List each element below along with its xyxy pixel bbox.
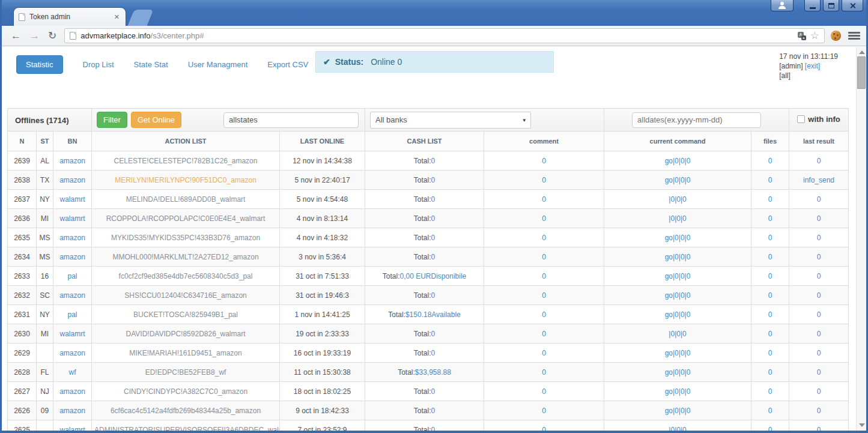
all-link[interactable]: [all] — [779, 71, 838, 80]
cell-comment-link[interactable]: 0 — [484, 228, 604, 247]
cell-bn-link[interactable]: pal — [53, 305, 92, 324]
cell-files-link[interactable]: 0 — [751, 382, 789, 401]
exit-link[interactable]: [exit] — [805, 62, 820, 70]
cell-last-result-link[interactable]: 0 — [789, 305, 849, 324]
cell-last-result-link[interactable]: 0 — [789, 151, 849, 171]
banks-select[interactable]: All banks ▾ — [370, 112, 531, 129]
translate-icon[interactable]: Aa — [798, 32, 806, 40]
nav-state-stat[interactable]: State Stat — [134, 60, 168, 69]
nav-drop-list[interactable]: Drop List — [83, 60, 114, 69]
cookie-extension-icon[interactable] — [831, 31, 841, 41]
cell-comment-link[interactable]: 0 — [484, 420, 604, 431]
cell-files-link[interactable]: 0 — [751, 324, 789, 344]
cell-comment-link[interactable]: 0 — [484, 344, 604, 363]
cash-value-link[interactable]: 0 — [431, 253, 436, 261]
cell-bn-link[interactable]: amazon — [53, 151, 92, 171]
cell-bn-link[interactable]: amazon — [53, 382, 92, 401]
cell-files-link[interactable]: 0 — [751, 305, 789, 324]
back-icon[interactable]: ← — [7, 31, 25, 41]
cell-comment-link[interactable]: 0 — [484, 171, 604, 190]
minimize-button[interactable] — [804, 0, 821, 11]
close-button[interactable] — [842, 0, 863, 11]
cash-value-link[interactable]: $150.18Available — [405, 310, 461, 319]
cell-bn-link[interactable]: amazon — [53, 401, 92, 420]
dates-input[interactable] — [632, 112, 761, 128]
menu-icon[interactable] — [848, 31, 860, 41]
cell-last-result-link[interactable]: 0 — [789, 324, 849, 344]
cell-comment-link[interactable]: 0 — [484, 382, 604, 401]
cell-files-link[interactable]: 0 — [751, 190, 789, 209]
cell-last-result-link[interactable]: 0 — [789, 209, 849, 228]
cell-comment-link[interactable]: 0 — [484, 247, 604, 267]
maximize-button[interactable] — [823, 0, 839, 11]
cell-last-result-link[interactable]: 0 — [789, 247, 849, 267]
cell-bn-link[interactable]: amazon — [53, 247, 92, 267]
browser-tab[interactable]: Token admin ✕ — [13, 7, 126, 26]
cell-current-command-link[interactable]: |0|0|0 — [604, 190, 751, 209]
cash-value-link[interactable]: $33,958.88 — [415, 368, 451, 377]
cell-current-command-link[interactable]: go|0|0|0 — [604, 401, 751, 420]
cell-last-result-link[interactable]: 0 — [789, 190, 849, 209]
states-input[interactable] — [223, 112, 359, 128]
cell-bn-link[interactable]: amazon — [53, 344, 92, 363]
cell-current-command-link[interactable]: |0|0|0 — [604, 420, 751, 431]
cell-comment-link[interactable]: 0 — [484, 267, 604, 286]
cell-files-link[interactable]: 0 — [751, 401, 789, 420]
get-online-button[interactable]: Get Online — [131, 112, 181, 128]
cell-comment-link[interactable]: 0 — [484, 324, 604, 344]
cell-last-result-link[interactable]: 0 — [789, 420, 849, 431]
cell-current-command-link[interactable]: go|0|0|0 — [604, 344, 751, 363]
cell-files-link[interactable]: 0 — [751, 344, 789, 363]
cash-value-link[interactable]: 0 — [431, 426, 436, 431]
cell-last-result-link[interactable]: 0 — [789, 344, 849, 363]
cell-current-command-link[interactable]: go|0|0|0 — [604, 267, 751, 286]
cash-value-link[interactable]: 0 — [431, 157, 436, 165]
scrollbar-thumb[interactable] — [857, 56, 866, 89]
forward-icon[interactable]: → — [25, 31, 44, 41]
with-info-checkbox[interactable] — [797, 115, 805, 123]
cell-comment-link[interactable]: 0 — [484, 190, 604, 209]
url-text[interactable]: advmarketplace.info/s3/center.php# — [80, 31, 794, 40]
filter-button[interactable]: Filter — [97, 112, 127, 128]
cash-value-link[interactable]: 0 — [431, 214, 436, 223]
page-scrollbar[interactable] — [856, 47, 866, 431]
cell-current-command-link[interactable]: go|0|0|0 — [604, 382, 751, 401]
cell-current-command-link[interactable]: go|0|0|0 — [604, 286, 751, 305]
cell-files-link[interactable]: 0 — [751, 209, 789, 228]
cell-files-link[interactable]: 0 — [751, 151, 789, 171]
cell-files-link[interactable]: 0 — [751, 286, 789, 305]
profile-button[interactable] — [771, 0, 794, 11]
cell-last-result-link[interactable]: info_send — [789, 171, 849, 190]
cell-bn-link[interactable]: amazon — [53, 286, 92, 305]
bookmark-star-icon[interactable]: ☆ — [810, 31, 819, 41]
nav-statistic-button[interactable]: Statistic — [16, 55, 63, 74]
cell-current-command-link[interactable]: go|0|0|0 — [604, 363, 751, 382]
cell-bn-link[interactable]: walamrt — [53, 209, 92, 228]
cash-value-link[interactable]: 0 — [431, 330, 436, 338]
cell-files-link[interactable]: 0 — [751, 420, 789, 431]
cell-files-link[interactable]: 0 — [751, 363, 789, 382]
cash-value-link[interactable]: 0 — [431, 407, 436, 415]
tab-close-icon[interactable]: ✕ — [113, 13, 121, 22]
cell-last-result-link[interactable]: 0 — [789, 228, 849, 247]
cash-value-link[interactable]: 0 — [431, 176, 436, 184]
cell-current-command-link[interactable]: go|0|0|0 — [604, 247, 751, 267]
cell-files-link[interactable]: 0 — [751, 171, 789, 190]
scrollbar-up-icon[interactable] — [859, 50, 865, 54]
cell-comment-link[interactable]: 0 — [484, 305, 604, 324]
cell-last-result-link[interactable]: 0 — [789, 267, 849, 286]
cash-value-link[interactable]: 0,00 EURDisponibile — [400, 272, 467, 280]
nav-user-managment[interactable]: User Managment — [188, 60, 248, 69]
cell-last-result-link[interactable]: 0 — [789, 382, 849, 401]
address-bar[interactable]: advmarketplace.info/s3/center.php# Aa ☆ — [64, 28, 825, 43]
cell-bn-link[interactable]: walamrt — [53, 190, 92, 209]
cell-bn-link[interactable]: amazon — [53, 171, 92, 190]
cell-files-link[interactable]: 0 — [751, 267, 789, 286]
cell-comment-link[interactable]: 0 — [484, 401, 604, 420]
cell-current-command-link[interactable]: |0|0|0 — [604, 209, 751, 228]
cell-current-command-link[interactable]: go|0|0|0 — [604, 305, 751, 324]
cell-comment-link[interactable]: 0 — [484, 363, 604, 382]
cell-last-result-link[interactable]: 0 — [789, 363, 849, 382]
cell-comment-link[interactable]: 0 — [484, 209, 604, 228]
cash-value-link[interactable]: 0 — [431, 291, 436, 300]
